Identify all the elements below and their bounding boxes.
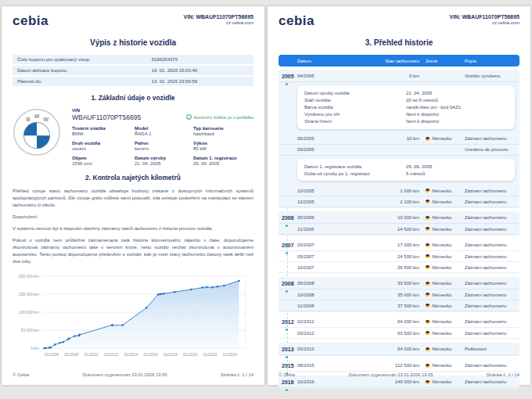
year-marker-dot: [286, 252, 288, 254]
record-country: Německo: [426, 254, 465, 259]
germany-flag-icon: [426, 304, 430, 307]
coupon-row: Číslo kuponu pro opakovaný vstup:5196254…: [13, 55, 253, 64]
vehicle-field-label: Datum 1. registrace: [193, 156, 253, 160]
chart-point: [163, 293, 165, 295]
odometer-chart-svg: 0 km50 000 km100 000 km150 000 km200 000…: [13, 270, 253, 365]
country-name: Německo: [432, 293, 451, 297]
record-odometer: 17 000 km: [363, 243, 426, 247]
history-row: 200703/200717 000 kmNěmeckoZáznam tachom…: [279, 239, 519, 251]
vehicle-field: Výkon85 kW: [193, 141, 253, 151]
record-odometer: 2 100 km: [363, 200, 426, 204]
svg-text:M: M: [34, 113, 39, 120]
chart-point: [160, 293, 163, 296]
vehicle-field-value: ŘADA 1: [135, 131, 193, 136]
col-stav-tachometru: Stav tachometru: [363, 59, 426, 63]
history-table-header: Datum Stav tachometru Země Popis: [279, 55, 519, 66]
country-name: Německo: [432, 254, 451, 259]
chart-point: [217, 286, 219, 288]
bmw-logo-icon: B M W: [13, 108, 61, 160]
record-date: 11/2008: [297, 304, 363, 308]
vehicle-field: Druh vozidlaosobní: [72, 141, 135, 151]
svg-text:01/2016: 01/2016: [144, 352, 158, 357]
history-row: 201508/2015112 500 kmNěmeckoZáznam tacho…: [279, 360, 519, 372]
svg-text:01/2012: 01/2012: [104, 352, 118, 357]
mileage-check-text: Přehled vývoje stavu tachometru vozidla …: [13, 188, 253, 265]
history-row: 03/201263 500 kmNěmeckoZáznam tachometru: [279, 328, 519, 339]
history-row: 10/200726 500 kmNěmeckoZáznam tachometru: [279, 262, 519, 273]
record-description: Vozidlo vyrobeno: [465, 74, 519, 78]
record-date: 05/2006: [297, 215, 363, 220]
record-odometer: 14 500 km: [363, 227, 426, 232]
year-label: 2007: [282, 243, 294, 248]
country-name: Německo: [432, 331, 451, 336]
detail-card-row: Datum 1. registrace vozidla:29. 09. 2005: [304, 163, 508, 170]
check-icon: ✓: [186, 114, 192, 120]
year-group: 201508/2015112 500 kmNěmeckoZáznam tacho…: [279, 359, 519, 372]
svg-text:150 000 km: 150 000 km: [19, 292, 39, 297]
history-row: 12/20052 100 kmNěmeckoZáznam tachometru: [279, 196, 519, 207]
footer-page-number: Stránka č. 2 / 14: [487, 372, 519, 377]
record-odometer: 26 500 km: [363, 265, 426, 270]
svg-text:W: W: [43, 116, 49, 123]
record-odometer: 24 500 km: [363, 254, 426, 259]
year-label: 2006: [282, 215, 294, 221]
chart-point: [202, 286, 204, 289]
germany-flag-icon: [426, 243, 430, 247]
record-date: 10/2016: [297, 379, 363, 384]
col-popis: Popis: [465, 59, 519, 63]
germany-flag-icon: [426, 331, 430, 335]
record-description: Záznam tachometru: [465, 243, 519, 247]
country-name: Německo: [432, 347, 451, 351]
history-title: 3. Přehled historie: [279, 38, 519, 47]
cebia-logo: cebia: [279, 14, 315, 27]
coupon-row-value: 14. 01. 2026 15:03:46: [152, 68, 249, 73]
paragraph: Doporučení:: [13, 214, 253, 221]
record-country: Německo: [426, 200, 465, 204]
country-name: Německo: [432, 319, 451, 324]
coupon-row: Platnost do:13. 02. 2026 23:59:59: [13, 77, 253, 86]
paragraph: V systému nemusí být k dispozici všechny…: [13, 225, 253, 232]
page1-footer: © Cebia Dokument vygenerován 23.01.2026 …: [13, 372, 253, 377]
detail-value: 5 měsíců: [406, 171, 425, 176]
vehicle-field: Typ karoseriehatchback: [193, 126, 253, 136]
vehicle-field: Datum 1. registrace29. 09. 2005: [193, 156, 253, 166]
record-odometer: 63 500 km: [363, 331, 426, 336]
record-odometer: 112 500 km: [363, 363, 426, 368]
report-page-2: cebia VIN: WBAUF11070PT56695 cz.cebia.co…: [268, 6, 530, 385]
chart-point: [79, 334, 81, 336]
history-row: 06/200510 kmNěmeckoZáznam tachometru: [279, 134, 519, 145]
year-marker-dot: [286, 329, 288, 331]
record-odometer: 37 500 km: [363, 304, 426, 308]
record-odometer: 10 000 km: [363, 215, 426, 220]
detail-value: 21. 04. 2005: [406, 91, 432, 95]
record-description: Záznam tachometru: [465, 215, 519, 220]
header-site-link: cz.cebia.com: [184, 20, 253, 25]
record-country: Německo: [426, 331, 465, 336]
detail-card: Datum 1. registrace vozidla:29. 09. 2005…: [297, 159, 515, 181]
record-odometer: 10 km: [363, 136, 426, 141]
record-odometer: 0 km: [363, 74, 426, 78]
chart-point: [211, 286, 214, 289]
record-description: Uvedeno do provozu: [465, 147, 519, 152]
chart-point: [146, 307, 148, 309]
detail-value: Není k dispozici: [406, 119, 439, 124]
year-label: 2012: [282, 319, 294, 325]
year-label: 2015: [282, 363, 294, 368]
country-name: Německo: [432, 189, 451, 193]
vehicle-summary: B M W VIN WBAUF11070PT56695: [13, 108, 253, 166]
history-row: 11/200837 500 kmNěmeckoZáznam tachometru: [279, 300, 519, 311]
report-page-1: cebia VIN: WBAUF11070PT56695 cz.cebia.co…: [2, 6, 264, 385]
detail-card-row: Strana řízení:Není k dispozici: [304, 118, 508, 125]
country-name: Německo: [432, 265, 451, 270]
page-header: cebia VIN: WBAUF11070PT56695 cz.cebia.co…: [13, 14, 253, 27]
coupon-row-label: Datum aktivace kuponu:: [17, 68, 152, 73]
page-header: cebia VIN: WBAUF11070PT56695 cz.cebia.co…: [279, 14, 519, 27]
record-country: Německo: [426, 347, 465, 351]
vin-label: VIN: [72, 108, 141, 113]
year-group: 200504/20050 kmVozidlo vyrobenoDatum výr…: [279, 70, 519, 208]
record-description: Záznam tachometru: [465, 293, 519, 297]
country-name: Německo: [432, 215, 451, 220]
record-odometer: 149 000 km: [363, 379, 426, 384]
vehicle-details: VIN WBAUF11070PT56695 ✓ kontrolní číslic…: [72, 108, 253, 166]
record-description: Záznam tachometru: [465, 319, 519, 324]
